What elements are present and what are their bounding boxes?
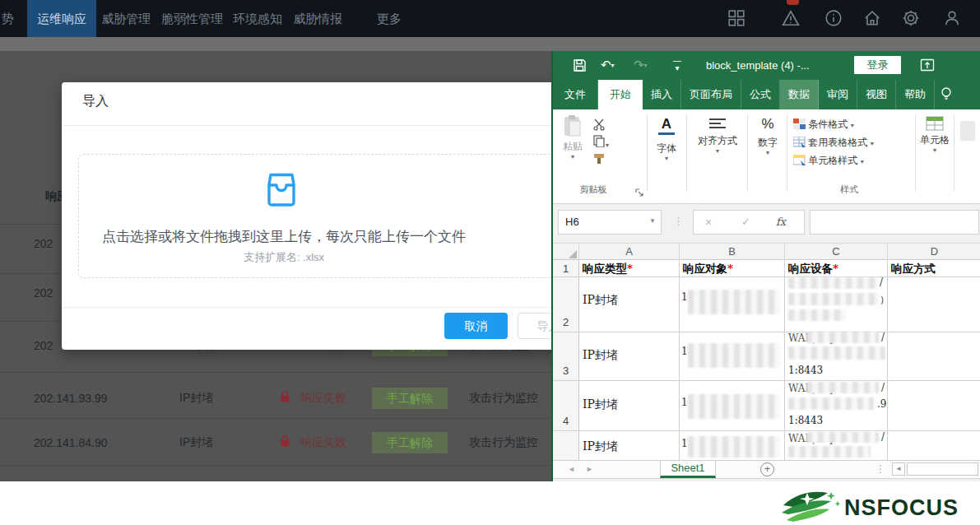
number-group-button[interactable]: % 数字▾ xyxy=(750,116,785,156)
alert-triangle-icon[interactable] xyxy=(782,9,800,27)
column-header-row: A B C D xyxy=(553,244,980,260)
censored-block xyxy=(688,436,780,458)
censored-block xyxy=(806,432,879,443)
gridline xyxy=(553,380,980,381)
censored-block xyxy=(806,332,879,343)
tell-me-lightbulb-icon[interactable] xyxy=(935,80,953,109)
hscroll-left-icon[interactable]: ◄ xyxy=(892,462,905,476)
gridline xyxy=(553,332,980,332)
col-header-D[interactable]: D xyxy=(888,244,980,260)
censored-block xyxy=(788,293,879,305)
nav-item-env-awareness[interactable]: 环境感知 xyxy=(233,0,282,37)
cell-A4[interactable]: IP封堵 xyxy=(583,397,618,412)
cell-D1[interactable]: 响应方式 xyxy=(891,262,936,276)
cell-B3-fragment[interactable]: 1 xyxy=(681,346,688,357)
clipboard-dialog-launcher-icon[interactable] xyxy=(635,185,643,200)
row-ip: 202 xyxy=(34,237,53,250)
info-circle-icon[interactable] xyxy=(824,9,843,27)
row-action-badge: 手工解除 xyxy=(372,388,448,409)
restore-window-icon[interactable] xyxy=(920,58,935,75)
row-number[interactable]: 2 xyxy=(553,316,578,328)
cell-B2-fragment[interactable]: 1 xyxy=(681,291,688,303)
select-all-corner[interactable] xyxy=(553,244,579,260)
cell-A2[interactable]: IP封堵 xyxy=(583,293,618,308)
nav-item-vuln-mgmt[interactable]: 脆弱性管理 xyxy=(161,0,223,37)
partial-ribbon-icon xyxy=(960,121,975,141)
cut-icon[interactable] xyxy=(592,118,606,134)
insert-function-icon[interactable]: fx xyxy=(776,216,786,228)
tab-home[interactable]: 开始 xyxy=(598,80,643,109)
font-group-button[interactable]: A 字体▾ xyxy=(648,116,685,162)
censored-block xyxy=(788,346,885,360)
tab-file[interactable]: 文件 xyxy=(553,80,598,109)
nav-item-ops-response[interactable]: 运维响应 xyxy=(27,0,96,37)
cell-B5-fragment[interactable]: 1 xyxy=(681,438,688,449)
format-painter-icon[interactable] xyxy=(592,152,606,169)
format-as-table-button[interactable]: 套用表格格式 ▾ xyxy=(793,136,874,150)
login-button[interactable]: 登录 xyxy=(854,56,901,74)
formula-input[interactable] xyxy=(810,210,979,235)
sheet-prev-icon[interactable]: ◄ xyxy=(568,465,575,473)
row-number[interactable]: 1 xyxy=(553,262,578,275)
paste-button[interactable]: 粘贴▾ xyxy=(558,114,588,160)
alignment-group-button[interactable]: 对齐方式▾ xyxy=(690,116,745,155)
logo-text: NSFOCUS xyxy=(844,495,959,520)
cancel-button[interactable]: 取消 xyxy=(444,313,508,339)
excel-window: ↶▾ ↷▾ —▾ block_template (4) -... 登录 文件 开… xyxy=(551,51,980,481)
tab-help[interactable]: 帮助 xyxy=(896,80,935,109)
home-icon[interactable] xyxy=(863,9,881,27)
new-sheet-icon[interactable]: + xyxy=(760,462,774,476)
tab-page-layout[interactable]: 页面布局 xyxy=(681,80,741,109)
settings-gear-icon[interactable] xyxy=(902,9,920,27)
spreadsheet-grid[interactable]: 1 2 3 4 响应类型* 响应对象* 响应设备* 响应方式 IP封堵 1 / … xyxy=(553,260,980,460)
col-header-C[interactable]: C xyxy=(785,244,888,260)
conditional-formatting-button[interactable]: 条件格式 ▾ xyxy=(793,118,854,132)
cell-A1[interactable]: 响应类型* xyxy=(583,262,633,276)
upload-instruction[interactable]: 点击选择或将文件拖拽到这里上传，每次只能上传一个文件 xyxy=(62,227,506,246)
copy-icon[interactable]: ▾ xyxy=(592,134,609,151)
tab-review[interactable]: 审阅 xyxy=(819,80,857,109)
hscroll-track[interactable] xyxy=(907,462,978,476)
save-icon[interactable] xyxy=(573,58,587,76)
cell-C4-fragment: / xyxy=(881,382,885,393)
cell-B4-fragment[interactable]: 1 xyxy=(681,397,688,408)
sheet-tab-sheet1[interactable]: Sheet1 xyxy=(660,461,716,478)
nsfocus-logo: NSFOCUS xyxy=(780,489,978,523)
cell-B1[interactable]: 响应对象* xyxy=(683,262,733,276)
apps-grid-icon[interactable] xyxy=(727,9,745,27)
sheet-next-icon[interactable]: ► xyxy=(586,465,593,473)
col-header-B[interactable]: B xyxy=(680,244,785,260)
cell-A3[interactable]: IP封堵 xyxy=(583,348,618,363)
nav-item-more[interactable]: 更多 xyxy=(377,0,402,37)
name-box[interactable]: H6 ▼ xyxy=(558,210,662,235)
name-box-dropdown-icon[interactable]: ▼ xyxy=(649,217,656,225)
nav-item-threat-mgmt[interactable]: 威胁管理 xyxy=(101,0,151,37)
tab-insert[interactable]: 插入 xyxy=(643,80,681,109)
dialog-title: 导入 xyxy=(82,93,109,110)
excel-titlebar[interactable]: ↶▾ ↷▾ —▾ block_template (4) -... 登录 xyxy=(553,51,980,80)
row-number[interactable]: 4 xyxy=(553,415,578,427)
user-icon[interactable] xyxy=(943,9,961,27)
tab-data[interactable]: 数据 xyxy=(780,80,819,109)
censored-block xyxy=(788,397,874,410)
tab-view[interactable]: 视图 xyxy=(857,80,896,109)
col-header-A[interactable]: A xyxy=(579,244,680,260)
cell-A5[interactable]: IP封堵 xyxy=(583,439,618,454)
enter-entry-icon[interactable]: ✓ xyxy=(741,216,750,228)
undo-icon[interactable]: ↶▾ xyxy=(601,58,615,72)
cell-C1[interactable]: 响应设备* xyxy=(788,262,838,276)
active-cell-ref: H6 xyxy=(565,216,579,228)
tab-formulas[interactable]: 公式 xyxy=(741,80,780,109)
censored-block xyxy=(688,290,780,314)
cell-styles-button[interactable]: 单元格样式 ▾ xyxy=(793,154,864,168)
upload-extension-hint: 支持扩展名: .xlsx xyxy=(62,250,506,265)
quick-access-customize-icon[interactable]: —▾ xyxy=(673,57,681,72)
row-number[interactable]: 3 xyxy=(553,365,578,377)
nav-item-partial[interactable]: 势 xyxy=(2,0,14,37)
cell-C2-fragment: / xyxy=(880,276,883,288)
grip-dots-icon: ⋮ xyxy=(673,215,684,227)
nav-item-threat-intel[interactable]: 威胁情报 xyxy=(293,0,342,37)
cells-group-button[interactable]: 单元格▾ xyxy=(915,116,954,154)
redo-icon[interactable]: ↷▾ xyxy=(634,58,648,72)
cancel-entry-icon[interactable]: × xyxy=(705,216,712,229)
